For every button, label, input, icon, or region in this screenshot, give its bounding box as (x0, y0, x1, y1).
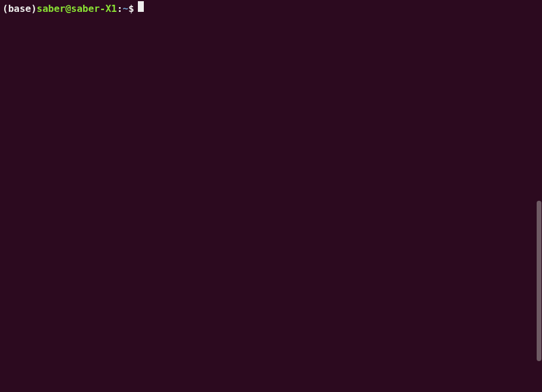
terminal-cursor[interactable] (138, 1, 144, 12)
prompt-colon: : (117, 3, 123, 15)
scrollbar-thumb[interactable] (537, 201, 541, 361)
scrollbar-track (536, 0, 542, 392)
prompt-dollar: $ (128, 3, 134, 15)
prompt-user-host: saber@saber-X1 (37, 3, 117, 15)
prompt-line: (base) saber@saber-X1 : ~ $ (2, 1, 540, 15)
terminal-window[interactable]: (base) saber@saber-X1 : ~ $ (0, 0, 542, 392)
prompt-path: ~ (122, 3, 128, 15)
prompt-env-prefix: (base) (2, 3, 37, 15)
